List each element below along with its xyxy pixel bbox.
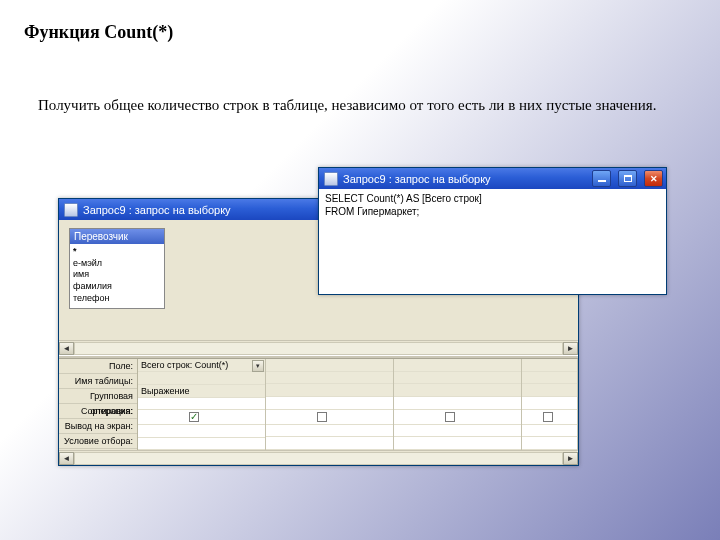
cell-table[interactable]: [266, 372, 393, 385]
cell-operation[interactable]: [394, 384, 521, 397]
row-label: Сортировка:: [59, 404, 137, 419]
table-box[interactable]: Перевозчик * е-мэйл имя фамилия телефон: [69, 228, 165, 309]
cell-table[interactable]: [394, 372, 521, 385]
close-button[interactable]: ✕: [644, 170, 663, 187]
table-field-list[interactable]: * е-мэйл имя фамилия телефон: [70, 244, 164, 308]
maximize-icon: [624, 175, 632, 182]
maximize-button[interactable]: [618, 170, 637, 187]
design-grid: Поле: Имя таблицы: Групповая операция: С…: [59, 359, 578, 450]
cell-show[interactable]: [522, 410, 577, 425]
window-title: Запрос9 : запрос на выборку: [83, 204, 231, 216]
minimize-icon: [598, 180, 606, 182]
cell-table[interactable]: [522, 372, 577, 385]
upper-scrollbar[interactable]: ◄ ►: [59, 340, 578, 355]
scroll-track[interactable]: [74, 452, 563, 465]
row-label: Поле:: [59, 359, 137, 374]
sql-view-window: Запрос9 : запрос на выборку ✕ SELECT Cou…: [318, 167, 667, 295]
cell-criteria[interactable]: [138, 425, 265, 438]
grid-columns: Всего строк: Count(*)▾ Выражение: [138, 359, 578, 450]
scroll-left-button[interactable]: ◄: [59, 452, 74, 465]
dropdown-icon[interactable]: ▾: [252, 360, 264, 372]
checkbox-show[interactable]: [317, 412, 327, 422]
cell-or[interactable]: [266, 437, 393, 450]
minimize-button[interactable]: [592, 170, 611, 187]
window-title: Запрос9 : запрос на выборку: [343, 173, 491, 185]
body-paragraph: Получить общее количество строк в таблиц…: [38, 90, 690, 122]
field-item[interactable]: е-мэйл: [73, 258, 161, 270]
field-item[interactable]: *: [73, 246, 161, 258]
app-icon: [324, 172, 338, 186]
cell-criteria[interactable]: [266, 425, 393, 438]
sql-editor[interactable]: SELECT Count(*) AS [Всего строк] FROM Ги…: [319, 189, 666, 294]
table-box-title: Перевозчик: [70, 229, 164, 244]
scroll-right-button[interactable]: ►: [563, 452, 578, 465]
page-title: Функция Count(*): [24, 22, 173, 43]
app-icon: [64, 203, 78, 217]
cell-criteria[interactable]: [522, 425, 577, 438]
checkbox-show[interactable]: [445, 412, 455, 422]
cell-criteria[interactable]: [394, 425, 521, 438]
row-label: Имя таблицы:: [59, 374, 137, 389]
titlebar[interactable]: Запрос9 : запрос на выборку ✕: [319, 168, 666, 189]
cell-show[interactable]: [266, 410, 393, 425]
scroll-left-button[interactable]: ◄: [59, 342, 74, 355]
cell-operation[interactable]: Выражение: [138, 385, 265, 398]
cell-or[interactable]: [394, 437, 521, 450]
cell-sort[interactable]: [138, 398, 265, 411]
cell-sort[interactable]: [266, 397, 393, 410]
grid-column: [394, 359, 522, 450]
grid-column: [522, 359, 578, 450]
row-label: Вывод на экран:: [59, 419, 137, 434]
cell-or[interactable]: [522, 437, 577, 450]
cell-field[interactable]: Всего строк: Count(*)▾: [138, 359, 265, 372]
cell-show[interactable]: [138, 410, 265, 425]
cell-sort[interactable]: [394, 397, 521, 410]
checkbox-show[interactable]: [543, 412, 553, 422]
row-label: Групповая операция:: [59, 389, 137, 404]
field-item[interactable]: телефон: [73, 293, 161, 305]
cell-show[interactable]: [394, 410, 521, 425]
field-item[interactable]: фамилия: [73, 281, 161, 293]
cell-field[interactable]: [394, 359, 521, 372]
grid-column: [266, 359, 394, 450]
cell-sort[interactable]: [522, 397, 577, 410]
scroll-right-button[interactable]: ►: [563, 342, 578, 355]
checkbox-show[interactable]: [189, 412, 199, 422]
field-item[interactable]: имя: [73, 269, 161, 281]
cell-operation[interactable]: [266, 384, 393, 397]
grid-column: Всего строк: Count(*)▾ Выражение: [138, 359, 266, 450]
scroll-track[interactable]: [74, 342, 563, 355]
row-label: Условие отбора:: [59, 434, 137, 449]
cell-or[interactable]: [138, 438, 265, 451]
cell-operation[interactable]: [522, 384, 577, 397]
grid-scrollbar[interactable]: ◄ ►: [59, 450, 578, 465]
row-labels: Поле: Имя таблицы: Групповая операция: С…: [59, 359, 138, 450]
cell-table[interactable]: [138, 372, 265, 385]
cell-field[interactable]: [522, 359, 577, 372]
cell-field[interactable]: [266, 359, 393, 372]
